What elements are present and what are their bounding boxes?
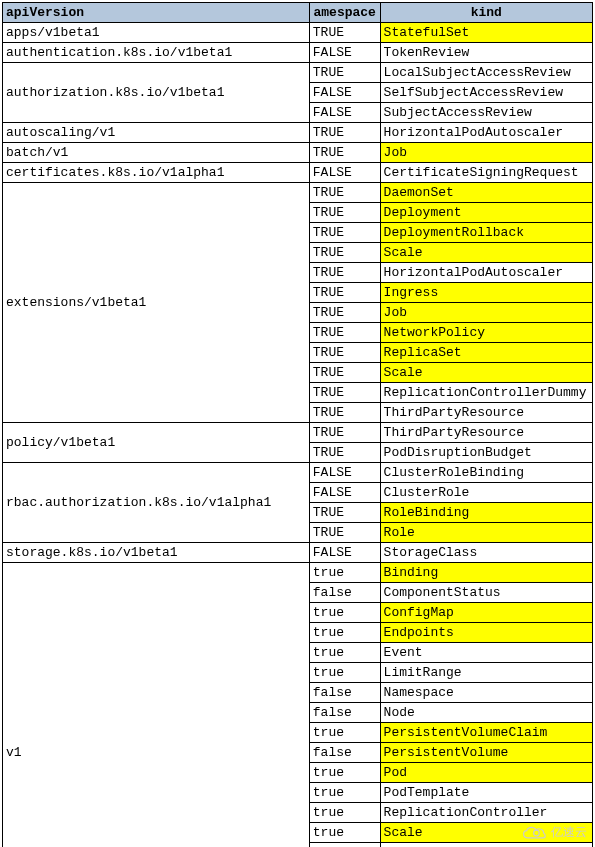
namespace-cell: false <box>309 703 380 723</box>
namespace-cell: true <box>309 763 380 783</box>
namespace-cell: TRUE <box>309 23 380 43</box>
kind-cell: ReplicationController <box>380 803 592 823</box>
header-apiversion: apiVersion <box>3 3 310 23</box>
header-namespace: amespace <box>309 3 380 23</box>
table-row: extensions/v1beta1TRUEDaemonSet <box>3 183 593 203</box>
kind-cell: HorizontalPodAutoscaler <box>380 123 592 143</box>
kind-cell: ResourceQuota <box>380 843 592 848</box>
namespace-cell: TRUE <box>309 123 380 143</box>
apiversion-cell: authorization.k8s.io/v1beta1 <box>3 63 310 123</box>
apiversion-cell: batch/v1 <box>3 143 310 163</box>
kind-cell: LocalSubjectAccessReview <box>380 63 592 83</box>
apiversion-cell: rbac.authorization.k8s.io/v1alpha1 <box>3 463 310 543</box>
kind-cell: Endpoints <box>380 623 592 643</box>
kind-cell: Deployment <box>380 203 592 223</box>
table-row: v1trueBinding <box>3 563 593 583</box>
kind-cell: CertificateSigningRequest <box>380 163 592 183</box>
namespace-cell: FALSE <box>309 43 380 63</box>
kind-cell: ReplicaSet <box>380 343 592 363</box>
namespace-cell: TRUE <box>309 303 380 323</box>
apiversion-cell: v1 <box>3 563 310 848</box>
kind-cell: SelfSubjectAccessReview <box>380 83 592 103</box>
apiversion-cell: apps/v1beta1 <box>3 23 310 43</box>
namespace-cell: TRUE <box>309 183 380 203</box>
apiversion-cell: storage.k8s.io/v1beta1 <box>3 543 310 563</box>
table-row: authentication.k8s.io/v1beta1FALSETokenR… <box>3 43 593 63</box>
kind-cell: StatefulSet <box>380 23 592 43</box>
namespace-cell: TRUE <box>309 503 380 523</box>
header-row: apiVersion amespace kind <box>3 3 593 23</box>
kind-cell: ClusterRole <box>380 483 592 503</box>
table-row: batch/v1TRUEJob <box>3 143 593 163</box>
kind-cell: Node <box>380 703 592 723</box>
kind-cell: TokenReview <box>380 43 592 63</box>
kind-cell: NetworkPolicy <box>380 323 592 343</box>
namespace-cell: FALSE <box>309 103 380 123</box>
namespace-cell: true <box>309 603 380 623</box>
namespace-cell: TRUE <box>309 523 380 543</box>
apiversion-cell: certificates.k8s.io/v1alpha1 <box>3 163 310 183</box>
kind-cell: ThirdPartyResource <box>380 403 592 423</box>
kind-cell: RoleBinding <box>380 503 592 523</box>
table-row: rbac.authorization.k8s.io/v1alpha1FALSEC… <box>3 463 593 483</box>
namespace-cell: TRUE <box>309 423 380 443</box>
apiversion-cell: policy/v1beta1 <box>3 423 310 463</box>
kind-cell: Role <box>380 523 592 543</box>
namespace-cell: TRUE <box>309 343 380 363</box>
api-resource-table: apiVersion amespace kind apps/v1beta1TRU… <box>2 2 593 847</box>
kind-cell: ConfigMap <box>380 603 592 623</box>
namespace-cell: TRUE <box>309 243 380 263</box>
namespace-cell: TRUE <box>309 143 380 163</box>
apiversion-cell: autoscaling/v1 <box>3 123 310 143</box>
kind-cell: HorizontalPodAutoscaler <box>380 263 592 283</box>
kind-cell: Job <box>380 303 592 323</box>
namespace-cell: FALSE <box>309 543 380 563</box>
header-kind: kind <box>380 3 592 23</box>
namespace-cell: FALSE <box>309 463 380 483</box>
kind-cell: DaemonSet <box>380 183 592 203</box>
kind-cell: Pod <box>380 763 592 783</box>
namespace-cell: TRUE <box>309 263 380 283</box>
table-row: storage.k8s.io/v1beta1FALSEStorageClass <box>3 543 593 563</box>
kind-cell: ReplicationControllerDummy <box>380 383 592 403</box>
namespace-cell: true <box>309 563 380 583</box>
kind-cell: ThirdPartyResource <box>380 423 592 443</box>
namespace-cell: true <box>309 843 380 848</box>
namespace-cell: TRUE <box>309 383 380 403</box>
table-row: policy/v1beta1TRUEThirdPartyResource <box>3 423 593 443</box>
namespace-cell: true <box>309 803 380 823</box>
namespace-cell: TRUE <box>309 363 380 383</box>
namespace-cell: true <box>309 663 380 683</box>
kind-cell: Ingress <box>380 283 592 303</box>
table-row: autoscaling/v1TRUEHorizontalPodAutoscale… <box>3 123 593 143</box>
kind-cell: Event <box>380 643 592 663</box>
namespace-cell: FALSE <box>309 483 380 503</box>
kind-cell: Namespace <box>380 683 592 703</box>
namespace-cell: TRUE <box>309 63 380 83</box>
namespace-cell: TRUE <box>309 203 380 223</box>
namespace-cell: false <box>309 743 380 763</box>
namespace-cell: FALSE <box>309 83 380 103</box>
kind-cell: Scale <box>380 363 592 383</box>
kind-cell: DeploymentRollback <box>380 223 592 243</box>
kind-cell: Job <box>380 143 592 163</box>
namespace-cell: true <box>309 783 380 803</box>
kind-cell: PodTemplate <box>380 783 592 803</box>
namespace-cell: TRUE <box>309 403 380 423</box>
table-row: certificates.k8s.io/v1alpha1FALSECertifi… <box>3 163 593 183</box>
apiversion-cell: extensions/v1beta1 <box>3 183 310 423</box>
kind-cell: PodDisruptionBudget <box>380 443 592 463</box>
namespace-cell: true <box>309 623 380 643</box>
kind-cell: StorageClass <box>380 543 592 563</box>
namespace-cell: FALSE <box>309 163 380 183</box>
kind-cell: Scale <box>380 243 592 263</box>
kind-cell: PersistentVolumeClaim <box>380 723 592 743</box>
namespace-cell: TRUE <box>309 283 380 303</box>
apiversion-cell: authentication.k8s.io/v1beta1 <box>3 43 310 63</box>
kind-cell: Binding <box>380 563 592 583</box>
table-row: authorization.k8s.io/v1beta1TRUELocalSub… <box>3 63 593 83</box>
kind-cell: SubjectAccessReview <box>380 103 592 123</box>
namespace-cell: TRUE <box>309 323 380 343</box>
kind-cell: ComponentStatus <box>380 583 592 603</box>
namespace-cell: false <box>309 683 380 703</box>
